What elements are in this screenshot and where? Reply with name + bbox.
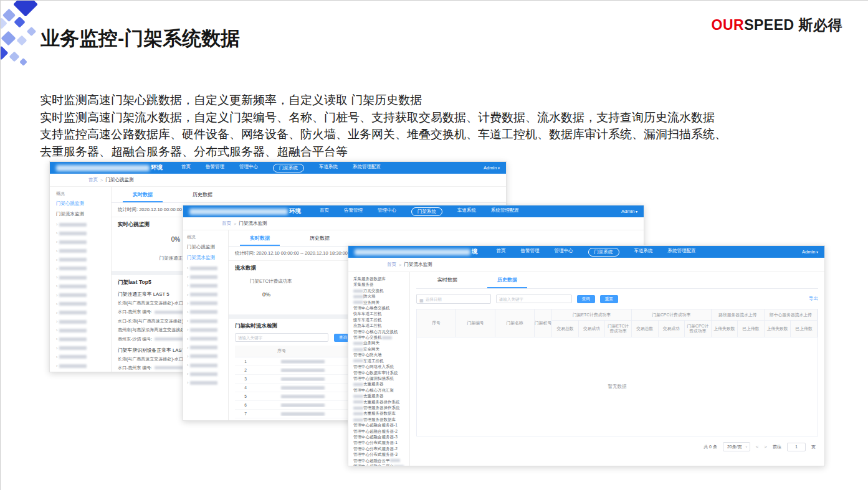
next-page-button[interactable]: > [764,444,767,450]
sidebar-item-blurred[interactable] [187,336,228,342]
sidebar-item-device[interactable]: 去重服务器操作系统 [353,399,409,405]
sidebar-item-device[interactable]: 管理中心超融合服务器-1 [353,422,409,428]
sidebar-item-device[interactable]: 去重服务器数据库 [353,410,409,416]
nav-menu-item[interactable]: 车道系统 [634,248,653,257]
sidebar-item-blurred[interactable] [56,363,111,369]
nav-menu-item[interactable]: 系统管理配置 [668,248,696,257]
sidebar-item-blurred[interactable] [56,327,111,333]
sidebar-item-blurred[interactable] [56,301,111,307]
sidebar-item-device[interactable]: 管理中心交换机 [353,334,409,340]
date-input[interactable] [426,295,488,303]
sidebar-item-device[interactable]: 管理中心堆叠交换机 [353,305,409,311]
sidebar-item-device[interactable]: 业务网关 [353,340,409,346]
prev-page-button[interactable]: < [756,444,759,450]
sidebar-item-device[interactable]: 业务网关 [353,299,409,305]
reset-button[interactable]: 重置 [600,295,618,303]
sidebar-item-blurred[interactable] [187,274,228,280]
tab-realtime[interactable]: 实时数据 [417,272,477,288]
sidebar-item-device[interactable]: 管理中心超融合云平 [353,458,409,463]
sidebar-item-blurred[interactable] [187,371,228,377]
query-button[interactable]: 查询 [577,295,595,303]
sidebar-item-blurred[interactable] [56,283,111,289]
sidebar-item-device[interactable]: 安全网关 [353,346,409,352]
sidebar-item-device[interactable]: 管理中心防火墙 [353,352,409,357]
keyword-input[interactable] [235,333,328,342]
nav-menu-item[interactable]: 系统管理配置 [353,164,381,172]
goto-page-input[interactable] [787,443,806,451]
nav-menu-item[interactable]: 管理中心 [555,248,573,257]
sidebar-item-blurred[interactable] [56,346,111,351]
sidebar-item-device[interactable]: 快车车道工控机 [353,311,409,316]
sidebar-item-device[interactable]: 管理中心分布式服务器-2 [353,446,409,451]
sidebar-item-blurred[interactable] [56,239,111,245]
breadcrumb-home[interactable]: 首页 [387,261,396,268]
sidebar-item-device[interactable]: 去重服务器 [353,393,409,398]
sidebar-item-device[interactable]: 管理服务器数据库 [353,417,409,422]
sidebar-item-blurred[interactable] [187,362,228,368]
sidebar-item-blurred[interactable] [56,336,111,342]
admin-menu[interactable]: Admin [484,165,500,171]
page-size-select[interactable]: 20条/页 [723,442,750,451]
sidebar-item-blurred[interactable] [56,310,111,316]
sidebar-item-device[interactable]: 管理中心分布式服务器-3 [353,451,409,457]
sidebar-item-device[interactable]: 管理中心核心万兆汇聚 [353,387,409,393]
nav-menu-item[interactable]: 管理中心 [378,207,396,216]
sidebar-item-device[interactable]: 管理服务器操作系统 [353,405,409,410]
sidebar-item-blurred[interactable] [56,257,111,263]
nav-menu-item[interactable]: 管理中心 [239,164,258,172]
tab-realtime[interactable]: 实时数据 [230,230,290,246]
sidebar-item-blurred[interactable] [187,327,228,332]
breadcrumb-home[interactable]: 首页 [88,177,98,183]
admin-menu[interactable]: Admin [802,249,818,255]
sidebar-item-device[interactable]: 采集服务器 [353,281,409,287]
sidebar-item-device[interactable]: 管理中心漏洞扫描系统 [353,375,409,381]
tab-history[interactable]: 历史数据 [477,272,537,288]
sidebar-item-device[interactable]: 管理中心核心万兆交换机 [353,329,409,334]
sidebar-item-device[interactable]: 管理中心超融合云平台 [353,463,409,466]
sidebar-item-blurred[interactable] [187,292,228,298]
keyword-input[interactable] [496,294,572,303]
nav-menu-item[interactable]: 告警管理 [344,207,363,216]
sidebar-item-blurred[interactable] [56,319,111,324]
tab-history[interactable]: 历史数据 [290,230,350,246]
nav-menu-item[interactable]: 系统管理配置 [491,207,519,216]
sidebar-item-blurred[interactable] [187,265,228,271]
tab-realtime[interactable]: 实时数据 [113,187,173,202]
sidebar-item-blurred[interactable] [187,318,228,324]
nav-menu-item[interactable]: 告警管理 [521,248,540,257]
sidebar-item-device[interactable]: 管理中心网络准入系统 [353,364,409,369]
nav-menu-item[interactable]: 门架系统 [411,207,442,216]
sidebar-item-device[interactable]: 慢车车道工控机 [353,317,409,323]
sidebar-item-blurred[interactable] [56,354,111,360]
nav-menu-item[interactable]: 门架系统 [273,164,304,172]
sidebar-item-heartbeat[interactable]: 门架心跳监测 [187,244,228,250]
nav-menu-item[interactable]: 车道系统 [319,164,338,172]
sidebar-item-device[interactable]: 管理中心数据库审计系统 [353,370,409,375]
sidebar-item-device[interactable]: 管理中心超融合服务器-2 [353,428,409,434]
sidebar-item-blurred[interactable] [187,301,228,306]
sidebar-item-device[interactable]: 采集服务器数据库 [353,276,409,281]
export-link[interactable]: 导出 [809,296,818,302]
sidebar-item-blurred[interactable] [56,275,111,280]
sidebar-item-blurred[interactable] [187,380,228,385]
sidebar-item-blurred[interactable] [187,354,228,359]
nav-menu-item[interactable]: 首页 [181,164,191,172]
sidebar-item-blurred[interactable] [56,293,111,298]
admin-menu[interactable]: Admin [621,209,637,214]
sidebar-item-flow[interactable]: 门架流水监测 [56,211,111,217]
nav-menu-item[interactable]: 车道系统 [457,207,476,216]
sidebar-item-blurred[interactable] [187,309,228,315]
sidebar-item-blurred[interactable] [56,222,111,227]
tab-history[interactable]: 历史数据 [173,187,232,202]
sidebar-item-device[interactable]: 管理中心分布式服务器-1 [353,440,409,445]
sidebar-item-device[interactable]: 去重服务器 [353,381,409,387]
sidebar-item-heartbeat[interactable]: 门架心跳监测 [56,200,111,207]
nav-menu-item[interactable]: 门架系统 [588,248,619,257]
sidebar-item-blurred[interactable] [187,283,228,288]
sidebar-item-device[interactable]: 管理中心超融合服务器-3 [353,434,409,440]
sidebar-item-device[interactable]: 万兆交换机 [353,288,409,293]
sidebar-item-blurred[interactable] [56,248,111,254]
nav-menu-item[interactable]: 首页 [497,248,506,257]
breadcrumb-home[interactable]: 首页 [222,220,231,227]
sidebar-item-device[interactable]: 防火墙 [353,293,409,299]
